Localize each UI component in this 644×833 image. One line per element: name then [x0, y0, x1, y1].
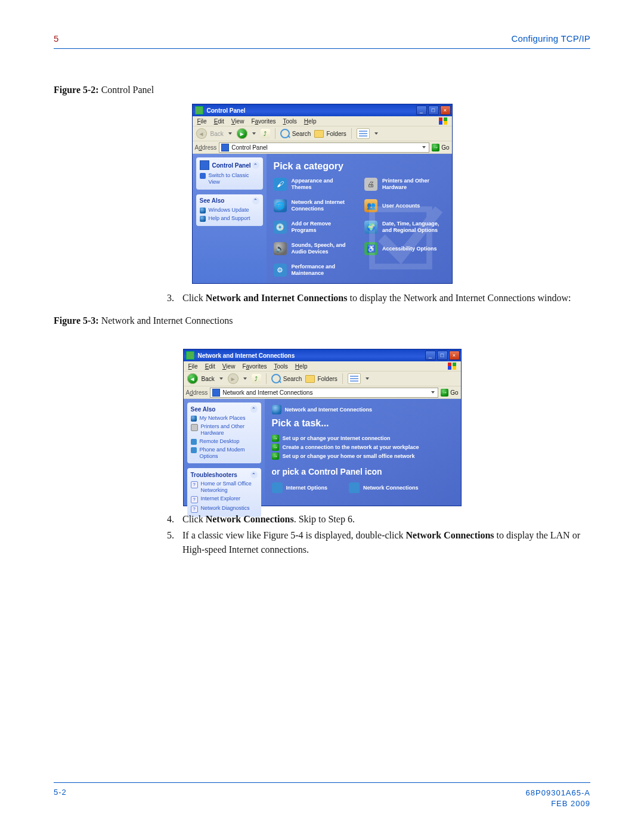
menu-favorites[interactable]: Favorites	[242, 363, 267, 370]
menu-file[interactable]: File	[197, 118, 207, 125]
back-button[interactable]: ◄	[187, 373, 198, 384]
views-button[interactable]	[348, 373, 361, 384]
menu-edit[interactable]: Edit	[214, 118, 224, 125]
forward-button[interactable]: ►	[228, 373, 239, 384]
folder-icon	[212, 389, 220, 397]
forward-dropdown-icon[interactable]	[252, 132, 256, 135]
figure-5-3-caption: Figure 5-3: Network and Internet Connect…	[54, 315, 590, 326]
menu-help[interactable]: Help	[295, 363, 308, 370]
internet-explorer-link[interactable]: Internet Explorer	[191, 496, 258, 503]
home-office-networking-link[interactable]: Home or Small Office Networking	[191, 481, 258, 494]
folders-button[interactable]: Folders	[314, 130, 346, 138]
menu-favorites[interactable]: Favorites	[251, 118, 275, 125]
performance-icon: ⚙	[274, 264, 287, 277]
my-network-places-link[interactable]: My Network Places	[191, 415, 258, 422]
network-diagnostics-link[interactable]: Network Diagnostics	[191, 505, 258, 513]
category-performance[interactable]: ⚙Performance and Maintenance	[274, 264, 354, 277]
internet-options-icon-link[interactable]: Internet Options	[272, 482, 328, 493]
step-4: 4. Click Network Connections. Skip to St…	[161, 512, 590, 526]
switch-classic-view-link[interactable]: Switch to Classic View	[200, 172, 259, 185]
help-support-link[interactable]: Help and Support	[200, 215, 259, 222]
windows-update-link[interactable]: Windows Update	[200, 207, 259, 213]
go-arrow-icon: →	[441, 389, 448, 397]
page-number: 5-2	[54, 788, 67, 797]
folders-button[interactable]: Folders	[305, 375, 337, 383]
titlebar[interactable]: Network and Internet Connections _ □ ×	[184, 349, 461, 361]
arrow-icon: →	[272, 444, 279, 451]
menu-tools[interactable]: Tools	[274, 363, 288, 370]
views-dropdown-icon[interactable]	[366, 377, 369, 380]
printers-hardware-link[interactable]: Printers and Other Hardware	[191, 423, 258, 436]
collapse-icon[interactable]: ⌃	[250, 405, 258, 413]
search-icon	[271, 374, 281, 383]
category-network[interactable]: 🌐Network and Internet Connections	[274, 199, 354, 212]
task-setup-home-network[interactable]: →Set up or change your home or small off…	[272, 453, 454, 460]
go-button[interactable]: →Go	[432, 144, 449, 151]
window-title: Control Panel	[207, 107, 413, 114]
forward-dropdown-icon[interactable]	[243, 377, 247, 380]
header-rule	[54, 48, 590, 49]
maximize-button[interactable]: □	[428, 106, 439, 115]
back-dropdown-icon[interactable]	[228, 132, 232, 135]
menu-help[interactable]: Help	[304, 118, 317, 125]
go-arrow-icon: →	[432, 144, 439, 151]
back-label: Back	[202, 376, 215, 382]
back-dropdown-icon[interactable]	[219, 377, 223, 380]
views-button[interactable]	[357, 128, 370, 139]
menu-edit[interactable]: Edit	[205, 363, 215, 370]
search-icon	[280, 129, 290, 138]
titlebar[interactable]: Control Panel _ □ ×	[193, 104, 452, 116]
address-bar: Address Network and Internet Connections…	[184, 386, 461, 399]
content-area: Network and Internet Connections Pick a …	[265, 399, 461, 506]
up-button[interactable]: ⤴	[252, 374, 261, 383]
minimize-button[interactable]: _	[416, 106, 427, 115]
control-panel-window: Control Panel _ □ × File Edit View Favor…	[192, 104, 453, 284]
collapse-icon[interactable]: ⌃	[252, 162, 259, 169]
close-button[interactable]: ×	[440, 106, 451, 115]
address-dropdown-icon[interactable]	[431, 391, 435, 394]
address-input[interactable]: Network and Internet Connections	[210, 388, 438, 398]
address-input[interactable]: Control Panel	[219, 143, 429, 153]
separator	[342, 373, 343, 384]
category-add-remove[interactable]: 💿Add or Remove Programs	[274, 221, 354, 234]
windows-flag-icon	[439, 117, 447, 125]
go-button[interactable]: →Go	[441, 389, 458, 397]
search-button[interactable]: Search	[271, 374, 302, 383]
window-title: Network and Internet Connections	[198, 352, 422, 359]
up-button[interactable]: ⤴	[261, 129, 270, 138]
appearance-icon: 🖌	[274, 178, 287, 191]
pick-category-heading: Pick a category	[274, 161, 445, 172]
address-value: Network and Internet Connections	[222, 389, 312, 396]
menu-file[interactable]: File	[188, 363, 198, 370]
task-setup-internet[interactable]: →Set up or change your Internet connecti…	[272, 435, 454, 442]
remote-desktop-link[interactable]: Remote Desktop	[191, 438, 258, 445]
minimize-button[interactable]: _	[425, 351, 436, 360]
menu-view[interactable]: View	[222, 363, 236, 370]
separator	[351, 128, 352, 139]
remote-desktop-icon	[191, 439, 197, 445]
category-printers[interactable]: 🖨Printers and Other Hardware	[364, 178, 445, 191]
menu-tools[interactable]: Tools	[283, 118, 297, 125]
network-connections-icon-link[interactable]: Network Connections	[349, 482, 419, 493]
search-button[interactable]: Search	[280, 129, 311, 138]
task-create-workplace-connection[interactable]: →Create a connection to the network at y…	[272, 444, 454, 451]
collapse-icon[interactable]: ⌃	[250, 471, 258, 478]
internet-options-icon	[272, 482, 283, 493]
add-remove-icon: 💿	[274, 221, 287, 234]
back-button[interactable]: ◄	[196, 128, 207, 139]
collapse-icon[interactable]: ⌃	[252, 197, 259, 205]
address-dropdown-icon[interactable]	[422, 146, 426, 148]
arrow-icon: →	[272, 435, 279, 442]
close-button[interactable]: ×	[449, 351, 460, 360]
folder-icon	[314, 130, 324, 138]
chapter-number: 5	[54, 33, 58, 44]
footer-rule	[54, 782, 590, 783]
views-dropdown-icon[interactable]	[374, 132, 378, 135]
sidebar-see-also-box: See Also⌃ Windows Update Help and Suppor…	[196, 194, 263, 226]
menu-view[interactable]: View	[231, 118, 244, 125]
maximize-button[interactable]: □	[437, 351, 448, 360]
forward-button[interactable]: ►	[237, 128, 247, 139]
phone-modem-link[interactable]: Phone and Modem Options	[191, 447, 258, 460]
category-appearance[interactable]: 🖌Appearance and Themes	[274, 178, 354, 191]
category-sounds[interactable]: 🔈Sounds, Speech, and Audio Devices	[274, 242, 354, 255]
